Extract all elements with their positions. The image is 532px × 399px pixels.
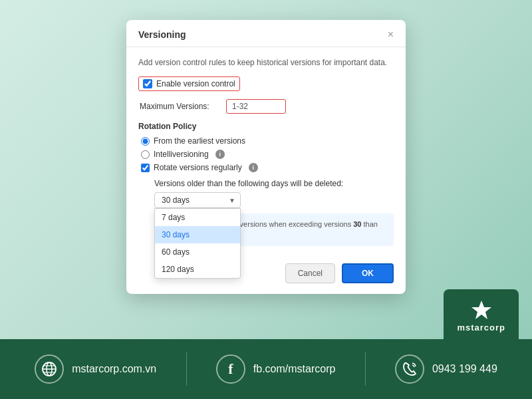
phone-contact-item: 0943 199 449 [395,354,497,384]
dropdown-item-30days[interactable]: 30 days [155,226,240,243]
close-icon[interactable]: × [388,29,394,40]
globe-icon [35,354,64,384]
cancel-button[interactable]: Cancel [285,263,335,283]
facebook-icon: f [216,354,245,384]
older-than-block: Versions older than the following days w… [138,179,394,208]
phone-icon [395,354,424,384]
enable-version-control-checkbox[interactable] [143,79,152,88]
days-dropdown-wrapper[interactable]: 7 days 30 days 60 days 120 days ▼ 7 days… [154,192,241,208]
intelli-info-icon[interactable]: i [215,150,225,159]
phone-text: 0943 199 449 [432,363,497,375]
facebook-text: fb.com/mstarcorp [253,363,336,375]
radio-intelli-label: Intelliversioning [154,150,209,159]
info-text-part2: than [364,220,378,228]
older-than-label: Versions older than the following days w… [154,179,394,188]
dialog-title: Versioning [138,29,186,40]
enable-version-control-row: Enable version control [138,76,240,91]
rotation-policy-label: Rotation Policy [138,122,394,131]
info-text-bold: 30 [353,220,361,228]
bottom-bar: mstarcorp.com.vn f fb.com/mstarcorp 0943… [0,339,532,399]
website-text: mstarcorp.com.vn [72,363,156,375]
max-versions-row: Maximum Versions: [138,99,394,114]
dropdown-item-7days[interactable]: 7 days [155,209,240,226]
ok-button[interactable]: OK [342,263,394,283]
dropdown-item-120days[interactable]: 120 days [155,261,240,278]
rotate-versions-checkbox[interactable] [141,164,150,172]
dialog-description: Add version control rules to keep histor… [138,57,394,68]
enable-version-control-label: Enable version control [156,79,235,88]
radio-intelli-row: Intelliversioning i [138,150,394,159]
versioning-dialog: Versioning × Add version control rules t… [126,20,406,294]
rotate-versions-label: Rotate versions regularly [154,163,242,172]
dialog-body: Add version control rules to keep histor… [126,47,406,257]
days-dropdown[interactable]: 7 days 30 days 60 days 120 days [154,192,241,208]
max-versions-label: Maximum Versions: [140,102,219,111]
facebook-contact-item: f fb.com/mstarcorp [216,354,336,384]
radio-earliest[interactable] [141,137,150,146]
max-versions-input[interactable] [226,99,286,114]
rotate-versions-row: Rotate versions regularly i [138,163,394,172]
dropdown-list: 7 days 30 days 60 days 120 days [154,208,241,279]
radio-earliest-row: From the earliest versions [138,136,394,146]
rotate-info-icon[interactable]: i [249,163,258,172]
divider-2 [365,352,366,386]
divider-1 [186,352,187,386]
radio-intelli[interactable] [141,150,150,159]
dropdown-item-60days[interactable]: 60 days [155,243,240,261]
dialog-header: Versioning × [126,20,406,47]
radio-earliest-label: From the earliest versions [154,136,245,146]
website-contact-item: mstarcorp.com.vn [35,354,156,384]
